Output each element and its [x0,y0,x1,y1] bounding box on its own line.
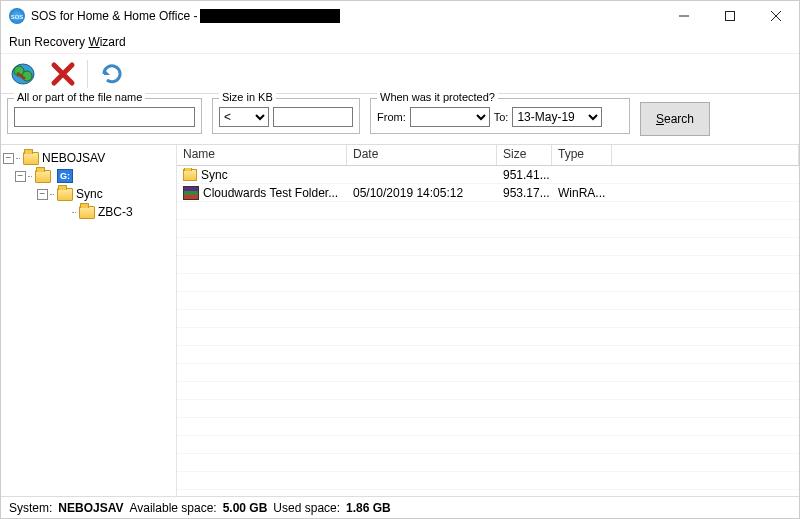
collapse-icon[interactable]: − [15,171,26,182]
tree-sync-label: Sync [76,187,103,201]
archive-icon [183,186,199,200]
from-date-select[interactable] [410,107,490,127]
window-title: SOS for Home & Home Office - [31,9,198,23]
refresh-icon[interactable] [96,58,128,90]
tree-root[interactable]: − NEBOJSAV [3,149,174,167]
tree-zbc-label: ZBC-3 [98,205,133,219]
search-button[interactable]: Search [640,102,710,136]
filter-bar: All or part of the file name Size in KB … [1,93,799,144]
folder-icon [23,152,39,165]
collapse-icon[interactable]: − [3,153,14,164]
size-fieldset: Size in KB < [212,98,360,134]
file-type: WinRA... [552,186,612,200]
delete-icon[interactable] [47,58,79,90]
file-size: 953.17... [497,186,552,200]
status-used-label: Used space: [273,501,340,515]
date-fieldset: When was it protected? From: To: 13-May-… [370,98,630,134]
col-name[interactable]: Name [177,145,347,165]
col-size[interactable]: Size [497,145,552,165]
status-avail-label: Available space: [129,501,216,515]
maximize-button[interactable] [707,1,753,31]
folder-icon [57,188,73,201]
from-label: From: [377,111,406,123]
tree-drive[interactable]: − G: [3,167,174,185]
collapse-icon[interactable]: − [37,189,48,200]
size-input[interactable] [273,107,353,127]
status-avail-value: 5.00 GB [223,501,268,515]
recover-icon[interactable] [7,58,39,90]
app-icon: sos [9,8,25,24]
folder-icon [183,169,197,181]
size-legend: Size in KB [219,91,276,103]
col-type[interactable]: Type [552,145,612,165]
close-button[interactable] [753,1,799,31]
run-recovery-wizard-menu[interactable]: Run Recovery Wizard [9,35,126,49]
file-name: Cloudwards Test Folder... [203,186,338,200]
filename-legend: All or part of the file name [14,91,145,103]
col-spacer [612,145,799,165]
date-legend: When was it protected? [377,91,498,103]
folder-tree[interactable]: − NEBOJSAV − G: − Sync ZBC-3 [1,145,177,496]
filename-input[interactable] [14,107,195,127]
size-op-select[interactable]: < [219,107,269,127]
toolbar-separator [87,60,88,88]
tree-root-label: NEBOJSAV [42,151,105,165]
status-system-value: NEBOJSAV [58,501,123,515]
redacted-title-segment [200,9,340,23]
drive-icon: G: [57,169,73,183]
folder-icon [79,206,95,219]
status-bar: System: NEBOJSAV Available space: 5.00 G… [1,496,799,518]
menubar: Run Recovery Wizard [1,31,799,53]
filename-fieldset: All or part of the file name [7,98,202,134]
app-window: sos SOS for Home & Home Office - Run Rec… [0,0,800,519]
svg-rect-1 [726,12,735,21]
body-split: − NEBOJSAV − G: − Sync ZBC-3 [1,144,799,496]
list-item[interactable]: Cloudwards Test Folder...05/10/2019 14:0… [177,184,799,202]
col-date[interactable]: Date [347,145,497,165]
folder-icon [35,170,51,183]
toolbar [1,53,799,93]
to-date-select[interactable]: 13-May-19 [512,107,602,127]
tree-sync[interactable]: − Sync [3,185,174,203]
titlebar: sos SOS for Home & Home Office - [1,1,799,31]
file-date: 05/10/2019 14:05:12 [347,186,497,200]
to-label: To: [494,111,509,123]
file-size: 951.41... [497,168,552,182]
minimize-button[interactable] [661,1,707,31]
file-list: Name Date Size Type Sync951.41...Cloudwa… [177,145,799,496]
status-system-label: System: [9,501,52,515]
status-used-value: 1.86 GB [346,501,391,515]
list-header: Name Date Size Type [177,145,799,166]
tree-zbc[interactable]: ZBC-3 [3,203,174,221]
list-item[interactable]: Sync951.41... [177,166,799,184]
file-name: Sync [201,168,228,182]
list-body[interactable]: Sync951.41...Cloudwards Test Folder...05… [177,166,799,496]
